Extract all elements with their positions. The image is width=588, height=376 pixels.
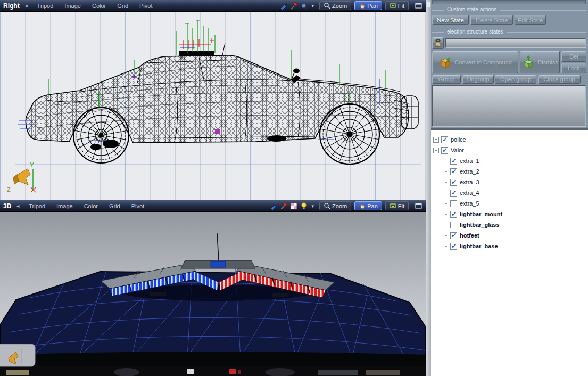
paste-structure-button[interactable] — [432, 37, 444, 49]
states-list[interactable] — [432, 85, 586, 127]
tree-connector — [445, 182, 449, 183]
tree-checkbox[interactable] — [450, 211, 457, 218]
menu-tripod[interactable]: Tripod — [37, 3, 54, 9]
pivot-marker — [215, 129, 220, 134]
tree-checkbox[interactable] — [450, 179, 457, 186]
tree-checkbox[interactable] — [441, 136, 448, 143]
tree-item-hotfeet[interactable]: hotfeet — [431, 230, 588, 241]
tree-connector — [445, 246, 449, 247]
menu-tripod[interactable]: Tripod — [29, 203, 45, 209]
viewport-back-icon[interactable]: ◄ — [24, 3, 29, 9]
tree-checkbox[interactable] — [450, 158, 457, 165]
spotlight — [293, 69, 300, 73]
tree-item-label: extra_1 — [460, 158, 479, 164]
car-wireframe — [26, 43, 418, 164]
menu-pivot[interactable]: Pivot — [131, 203, 144, 209]
new-state-button[interactable]: New State — [432, 15, 469, 25]
panel-top-groove — [432, 0, 586, 4]
tree-item-lightbar_glass[interactable]: lightbar_glass — [431, 219, 588, 230]
paint-icon[interactable] — [289, 1, 299, 10]
tree-expander-icon[interactable]: − — [433, 148, 439, 153]
paint-icon[interactable] — [279, 201, 288, 210]
wire-color-icon[interactable] — [279, 1, 288, 10]
light-bulb-icon[interactable] — [300, 201, 309, 210]
tree-checkbox[interactable] — [450, 243, 457, 250]
fit-button[interactable]: Fit — [385, 201, 409, 210]
custom-state-actions-title: Custom state actions — [432, 6, 586, 12]
tree-item-label: hotfeet — [460, 232, 479, 239]
menu-color[interactable]: Color — [92, 3, 106, 9]
tree-item-valor[interactable]: − Valor — [431, 145, 588, 156]
maximize-viewport-icon[interactable] — [414, 202, 423, 210]
dismiss-box-icon — [521, 55, 535, 69]
antenna-line — [222, 43, 225, 55]
edit-state-button[interactable]: Edit State — [515, 15, 546, 25]
fit-icon — [390, 2, 396, 9]
viewport-back-icon[interactable]: ◄ — [15, 203, 20, 209]
interior-strip — [0, 366, 426, 376]
tree-item-lightbar_mount[interactable]: lightbar_mount — [431, 209, 588, 219]
axis-box — [0, 344, 35, 366]
texture-checker-icon[interactable] — [289, 201, 299, 210]
tree-connector — [445, 235, 449, 236]
delete-state-button[interactable]: Delete State — [470, 15, 513, 25]
lock-button[interactable]: Lock — [561, 63, 586, 73]
viewport-right-label[interactable]: Right — [3, 2, 20, 10]
viewport-right-header: Right ◄ Tripod Image Color Grid Pivot ▾ … — [0, 0, 426, 12]
convert-to-compound-button[interactable]: Convert to Compound — [432, 51, 518, 73]
tree-item-lightbar_base[interactable]: lightbar_base — [431, 241, 588, 251]
group-button[interactable]: Group — [432, 75, 461, 84]
tree-checkbox[interactable] — [450, 168, 457, 175]
tree-checkbox[interactable] — [450, 232, 457, 239]
tree-item-extra_1[interactable]: extra_1 — [431, 156, 588, 166]
wire-color-icon[interactable] — [269, 201, 278, 210]
tree-checkbox[interactable] — [450, 190, 457, 197]
tree-connector — [445, 171, 449, 172]
menu-image[interactable]: Image — [64, 3, 81, 9]
tree-item-extra_3[interactable]: extra_3 — [431, 177, 588, 187]
viewport-3d-label[interactable]: 3D — [3, 202, 11, 210]
viewport-3d-header: 3D ◄ Tripod Image Color Grid Pivot ▾ Zoo… — [0, 200, 426, 212]
tree-checkbox[interactable] — [450, 200, 457, 207]
zoom-icon — [324, 2, 330, 9]
pan-button[interactable]: Pan — [354, 1, 382, 10]
viewport-right-canvas[interactable]: Y Z — [0, 12, 426, 200]
pan-button[interactable]: Pan — [354, 201, 382, 210]
zoom-button[interactable]: Zoom — [319, 201, 351, 210]
tree-item-extra_4[interactable]: extra_4 — [431, 187, 588, 198]
tree-item-label: lightbar_mount — [460, 211, 502, 217]
splitter-collapse-button[interactable] — [427, 2, 430, 7]
fit-icon — [390, 202, 396, 209]
ungroup-button[interactable]: Ungroup — [462, 75, 494, 84]
close-group-button[interactable]: Close group — [538, 75, 581, 84]
tree-checkbox[interactable] — [441, 147, 448, 154]
open-group-button[interactable]: Open group — [495, 75, 536, 84]
tree-item-label: extra_3 — [460, 179, 479, 185]
tree-item-extra_2[interactable]: extra_2 — [431, 166, 588, 177]
selection-structure-states-title: election structure states — [432, 29, 586, 35]
tree-item-police[interactable]: + police — [431, 134, 588, 145]
zoom-button[interactable]: Zoom — [319, 1, 351, 10]
tree-checkbox[interactable] — [450, 222, 457, 228]
menu-image[interactable]: Image — [56, 203, 73, 209]
pick-color-icon[interactable] — [300, 1, 309, 10]
tree-item-label: extra_5 — [460, 200, 479, 207]
panel-splitter[interactable] — [426, 0, 431, 376]
menu-color[interactable]: Color — [84, 203, 98, 209]
tree-expander-icon[interactable]: + — [433, 137, 439, 143]
tree-connector — [445, 214, 449, 215]
fit-button[interactable]: Fit — [385, 1, 409, 10]
tools-dropdown-arrow[interactable]: ▾ — [310, 3, 317, 9]
tree-item-extra_5[interactable]: extra_5 — [431, 198, 588, 209]
del-button[interactable]: Del — [561, 51, 586, 62]
tools-dropdown-arrow[interactable]: ▾ — [310, 203, 317, 209]
viewport-3d-canvas[interactable] — [0, 212, 426, 376]
menu-pivot[interactable]: Pivot — [139, 3, 152, 9]
menu-grid[interactable]: Grid — [117, 3, 128, 9]
scene-tree: + police − Valor extra_1 extra_2 — [431, 130, 588, 376]
dismiss-compound-button[interactable]: Dismiss — [520, 51, 560, 73]
maximize-viewport-icon[interactable] — [414, 2, 423, 10]
menu-grid[interactable]: Grid — [109, 203, 120, 209]
tree-connector — [445, 203, 449, 204]
tree-item-label: police — [451, 136, 466, 143]
